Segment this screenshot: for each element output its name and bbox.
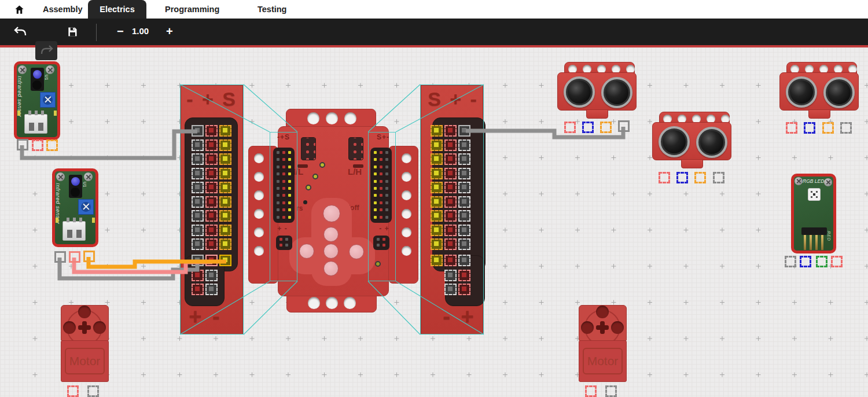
chip-label: U1 (83, 182, 87, 193)
connection-pad-pink[interactable] (69, 251, 80, 263)
connection-pad-orange[interactable] (600, 122, 612, 133)
mount-hole (326, 112, 338, 124)
axle-socket (78, 321, 91, 334)
hub-hole (78, 306, 91, 318)
solder-pad (92, 218, 95, 223)
connector-socket[interactable] (24, 114, 47, 134)
mount-hole (344, 112, 356, 124)
screw-icon (795, 177, 803, 185)
zoom-in-button[interactable]: + (166, 25, 173, 38)
connection-pad-green[interactable] (816, 256, 827, 267)
tab-assembly[interactable]: Assembly (43, 5, 83, 14)
connection-pad-red[interactable] (32, 139, 43, 151)
connector-socket[interactable] (62, 221, 86, 241)
connection-pad-orange[interactable] (83, 251, 95, 262)
potentiometer[interactable] (78, 199, 94, 215)
infrared-sensor-1[interactable]: Infrared sensor U1 (14, 61, 60, 140)
connection-pad-red[interactable] (786, 122, 797, 134)
chip-label: U1 (45, 75, 49, 86)
infrared-sensor-2[interactable]: Infrared sensor U1 (52, 168, 98, 247)
status-led (312, 174, 318, 179)
status-led (319, 162, 325, 168)
dpad-up-button[interactable] (323, 227, 339, 242)
undo-icon[interactable] (13, 26, 27, 38)
ultrasonic-sensor-1[interactable] (557, 62, 637, 119)
ir-lens (33, 70, 42, 79)
ir-receiver-module (69, 175, 82, 198)
mount-hole (402, 153, 411, 163)
connection-pad-red[interactable] (831, 256, 843, 267)
save-icon[interactable] (67, 26, 78, 38)
top-navbar: Assembly Electrics Programming Testing (0, 0, 868, 19)
connection-pad-gray[interactable] (87, 385, 99, 397)
connection-pad-blue[interactable] (582, 122, 594, 133)
motor-label: Motor (64, 354, 106, 368)
mount-hole (307, 112, 319, 124)
header-pin (804, 235, 806, 250)
tab-testing[interactable]: Testing (258, 5, 286, 14)
hub-hole (63, 321, 76, 334)
connection-pad-gray[interactable] (17, 139, 28, 150)
connection-pad-red[interactable] (659, 172, 670, 183)
mount-hole (402, 246, 411, 256)
zoom-out-button[interactable]: − (117, 25, 124, 38)
pot-screw (43, 95, 53, 105)
dpad-left-button[interactable] (299, 244, 314, 259)
selection-rect-left-strip (180, 84, 244, 334)
motor-1[interactable]: Motor (61, 305, 109, 382)
connection-pad-blue[interactable] (804, 122, 815, 134)
screw-icon (84, 172, 93, 181)
connection-pad-gray[interactable] (713, 172, 724, 183)
dpad-right-button[interactable] (349, 244, 364, 259)
connection-pad-red[interactable] (585, 385, 597, 397)
mount-hole (402, 172, 411, 182)
rgb-led-board[interactable]: RGB LED RED (791, 174, 836, 253)
power-button[interactable] (323, 205, 340, 222)
electrics-editor: Assembly Electrics Programming Testing −… (0, 0, 868, 397)
motor-label: Motor (582, 354, 624, 368)
board-side-label: RED (826, 231, 832, 249)
transducer (696, 127, 727, 158)
ultrasonic-sensor-3[interactable] (779, 62, 859, 119)
connection-pad-red[interactable] (564, 122, 576, 133)
mount-hole (254, 190, 264, 200)
potentiometer[interactable] (40, 92, 56, 108)
toolbar: − 1.00 + (0, 19, 868, 45)
connection-pad-gray[interactable] (605, 385, 617, 397)
connector-block[interactable] (348, 137, 363, 160)
home-icon[interactable] (14, 4, 25, 15)
connection-pad-gray[interactable] (785, 256, 796, 267)
pin (73, 218, 76, 222)
dpad-down-button[interactable] (323, 261, 339, 276)
connection-pad-gray[interactable] (840, 122, 852, 134)
hub-hole (611, 321, 624, 334)
connection-pad-orange[interactable] (822, 122, 834, 134)
pin (41, 111, 44, 115)
reset-label: rs (296, 204, 310, 212)
pin-header[interactable] (801, 227, 827, 235)
connection-pad-orange[interactable] (694, 172, 706, 183)
mount-hole (402, 209, 411, 219)
pin (67, 218, 69, 222)
connection-pad-blue[interactable] (676, 172, 688, 183)
connection-pad-gray[interactable] (618, 120, 630, 132)
selection-rect-right-port (368, 132, 396, 281)
axle-socket (596, 321, 609, 334)
mount-hole (254, 172, 264, 182)
redo-icon[interactable] (40, 45, 54, 56)
connection-pad-blue[interactable] (800, 256, 811, 267)
dpad-center-button[interactable] (323, 244, 339, 259)
selection-rect-right-strip (420, 84, 484, 334)
mount-hole (402, 190, 411, 200)
tab-programming[interactable]: Programming (165, 5, 219, 14)
motor-2[interactable]: Motor (579, 305, 627, 382)
connection-pad-orange[interactable] (46, 139, 58, 151)
rgb-led-label: RGB LED (803, 178, 826, 184)
connection-pad-red[interactable] (67, 385, 79, 397)
reset-button[interactable] (303, 200, 307, 204)
connector-block[interactable] (301, 137, 316, 160)
tab-electrics[interactable]: Electrics (88, 0, 146, 19)
mount-hole (402, 227, 411, 237)
ultrasonic-sensor-2[interactable] (652, 112, 731, 168)
connection-pad-gray[interactable] (54, 251, 66, 263)
